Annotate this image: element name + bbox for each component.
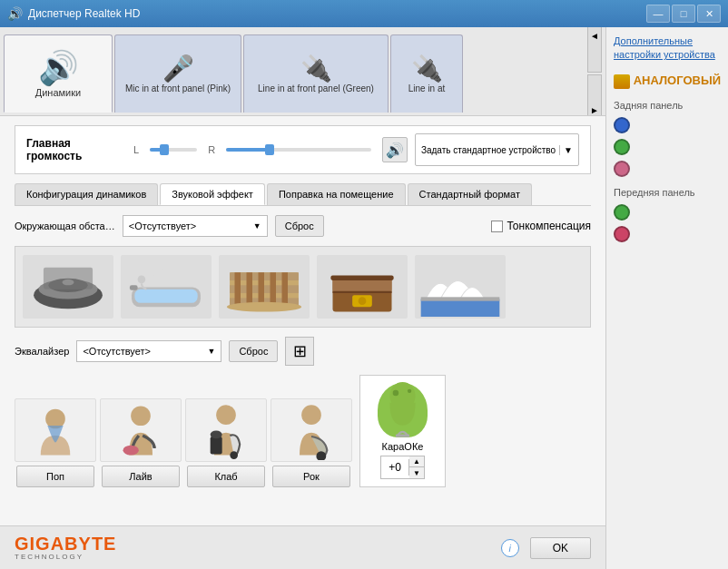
volume-slider-main[interactable] (226, 148, 371, 152)
presets-karaoke-row: Поп Лайв (15, 375, 591, 487)
svg-point-33 (216, 405, 236, 425)
preset-pop-icon (15, 398, 96, 462)
tab-room[interactable]: Поправка на помещение (267, 183, 406, 205)
volume-r-label: R (208, 144, 215, 155)
tab-sound-effect[interactable]: Звуковой эффект (160, 183, 265, 205)
front-connector-pink (614, 226, 721, 242)
analog-label: АНАЛОГОВЫЙ (634, 74, 721, 87)
scene-bath[interactable] (121, 255, 212, 319)
presets-list: Поп Лайв (15, 398, 352, 487)
volume-slider-left[interactable] (150, 148, 197, 152)
speakers-tab-label: Динамики (35, 87, 81, 98)
eq-select-value: <Отсутствует> (83, 346, 151, 357)
window-controls: — □ ✕ (646, 5, 721, 23)
svg-rect-7 (130, 285, 138, 289)
front-connector-green (614, 204, 721, 221)
gigabyte-logo: GIGABYTE (15, 535, 116, 553)
preset-pop-button[interactable]: Поп (16, 466, 94, 487)
env-select-arrow: ▼ (253, 221, 261, 231)
rear-connector-pink (614, 161, 721, 177)
front-pink-connector[interactable] (614, 226, 630, 242)
tab-config[interactable]: Конфигурация динамиков (15, 183, 158, 205)
svg-rect-19 (282, 272, 289, 307)
svg-rect-17 (259, 272, 265, 307)
ok-button[interactable]: OK (530, 537, 591, 559)
set-default-button[interactable]: Задать стандартное устройство ▼ (415, 133, 579, 166)
scene-chest[interactable] (317, 255, 408, 319)
svg-rect-18 (271, 272, 277, 307)
svg-rect-16 (247, 272, 253, 307)
app-icon: 🔊 (7, 6, 23, 21)
tone-checkbox[interactable] (491, 221, 503, 232)
minimize-button[interactable]: — (646, 5, 670, 23)
preset-rock-icon (271, 398, 352, 462)
tab-line-in[interactable]: 🔌 Line in at (390, 34, 463, 113)
tab-line-front[interactable]: 🔌 Line in at front panel (Green) (243, 34, 389, 113)
svg-rect-35 (211, 430, 222, 438)
svg-point-10 (158, 270, 164, 276)
mic-front-label: Mic in at front panel (Pink) (125, 83, 231, 93)
left-panel: 🔊 Динамики 🎤 Mic in at front panel (Pink… (0, 27, 605, 569)
info-button[interactable]: i (501, 539, 519, 557)
tab-speakers[interactable]: 🔊 Динамики (4, 34, 113, 113)
svg-point-40 (393, 389, 399, 396)
scene-disc[interactable] (23, 255, 113, 319)
tone-compensation-control[interactable]: Тонкомпенсация (491, 220, 591, 232)
close-button[interactable]: ✕ (697, 5, 721, 23)
eq-reset-button[interactable]: Сброс (229, 340, 278, 362)
main-container: 🔊 Динамики 🎤 Mic in at front panel (Pink… (0, 27, 728, 569)
line-in-icon: 🔌 (411, 54, 443, 83)
env-reset-button[interactable]: Сброс (275, 215, 324, 237)
preset-club: Клаб (185, 398, 267, 487)
eq-select[interactable]: <Отсутствует> ▼ (76, 340, 221, 362)
svg-point-9 (149, 272, 155, 279)
karaoke-down-button[interactable]: ▼ (409, 467, 424, 478)
preset-club-button[interactable]: Клаб (187, 466, 265, 487)
svg-point-32 (123, 445, 139, 455)
volume-mute-button[interactable]: 🔊 (382, 137, 408, 162)
environment-section: Окружающая обста… <Отсутствует> ▼ Сброс … (15, 215, 591, 237)
svg-rect-28 (421, 297, 500, 300)
preset-rock-button[interactable]: Рок (272, 466, 350, 487)
preset-club-icon (185, 398, 267, 462)
environment-scenes (15, 246, 591, 328)
karaoke-box: КараОКе +0 ▲ ▼ (359, 375, 446, 487)
karaoke-spinner[interactable]: +0 ▲ ▼ (380, 456, 425, 479)
front-green-connector[interactable] (614, 204, 630, 221)
karaoke-up-button[interactable]: ▲ (409, 456, 424, 467)
rear-panel-label: Задняя панель (614, 100, 721, 111)
app-title: Диспетчер Realtek HD (28, 7, 646, 20)
tab-scroll-right[interactable]: ► (587, 74, 602, 117)
line-in-label: Line in at (408, 83, 446, 93)
svg-rect-34 (211, 437, 222, 455)
scene-colosseum[interactable] (219, 255, 310, 319)
svg-rect-42 (396, 434, 409, 437)
preset-live-button[interactable]: Лайв (102, 466, 180, 487)
svg-point-41 (408, 388, 411, 392)
env-select-value: <Отсутствует> (129, 221, 197, 231)
preset-pop: Поп (15, 398, 96, 487)
tab-mic-front[interactable]: 🎤 Mic in at front panel (Pink) (114, 34, 241, 113)
svg-point-30 (47, 410, 63, 426)
svg-point-8 (138, 275, 146, 283)
gigabyte-sub: TECHNOLOGY (15, 553, 116, 561)
rear-green-connector[interactable] (614, 139, 630, 155)
karaoke-icon (378, 383, 428, 437)
front-panel-label: Передняя панель (614, 187, 721, 198)
gigabyte-logo-area: GIGABYTE TECHNOLOGY (15, 535, 116, 561)
tab-format[interactable]: Стандартный формат (408, 183, 532, 205)
eq-grid-button[interactable]: ⊞ (285, 337, 314, 366)
scene-opera[interactable] (415, 255, 506, 319)
additional-settings-link[interactable]: Дополнительные настройки устройства (614, 34, 721, 63)
karaoke-value: +0 (381, 459, 409, 476)
set-default-label: Задать стандартное устройство (421, 144, 556, 156)
preset-live-icon (100, 398, 182, 462)
rear-pink-connector[interactable] (614, 161, 630, 177)
rear-blue-connector[interactable] (614, 117, 630, 133)
svg-point-25 (359, 297, 367, 305)
inner-tabs-bar: Конфигурация динамиков Звуковой эффект П… (15, 183, 591, 206)
env-select[interactable]: <Отсутствует> ▼ (123, 215, 268, 237)
tab-scroll-left[interactable]: ◄ (587, 27, 602, 73)
maximize-button[interactable]: □ (672, 5, 695, 23)
set-default-arrow: ▼ (559, 145, 573, 155)
